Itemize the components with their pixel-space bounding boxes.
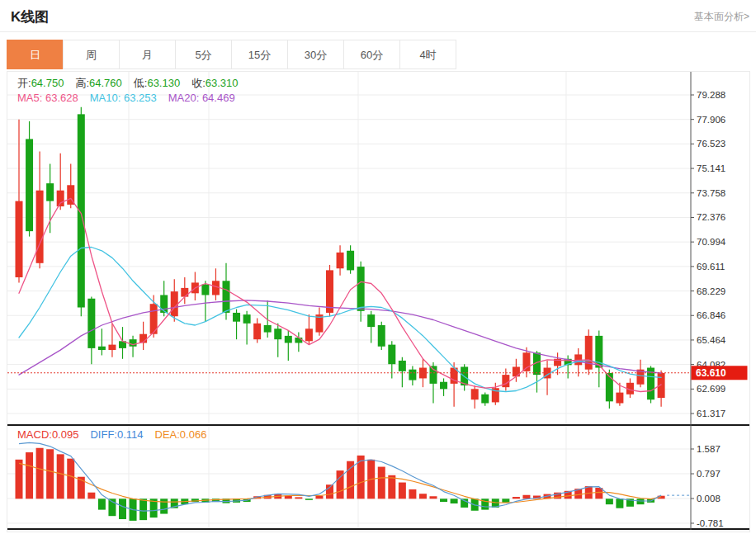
candle-body xyxy=(108,345,116,350)
price-axis-label: 68.229 xyxy=(697,286,725,296)
macd-histogram-bar xyxy=(513,497,520,499)
macd-histogram-bar xyxy=(357,456,365,499)
macd-histogram-bar xyxy=(606,499,613,504)
candle-body xyxy=(274,328,281,339)
macd-histogram-bar xyxy=(399,483,406,499)
candle-body xyxy=(201,285,209,295)
candle-body xyxy=(616,393,623,404)
period-tab-3[interactable]: 5分 xyxy=(175,40,232,69)
candle-body xyxy=(130,339,137,347)
macd-histogram-bar xyxy=(419,494,427,499)
candle-body xyxy=(305,328,313,341)
candle-body xyxy=(36,191,44,263)
ohlc-low: 低:63.130 xyxy=(134,77,180,89)
macd-histogram-bar xyxy=(139,499,147,520)
price-axis-label: 70.994 xyxy=(697,237,726,247)
macd-infobar: MACD:0.095DIFF:0.114DEA:0.066 xyxy=(17,428,218,441)
price-axis-label: 65.464 xyxy=(697,335,726,345)
ma-legend-ma10: MA10: 63.253 xyxy=(90,92,157,104)
price-axis-label: 75.141 xyxy=(697,163,725,173)
macd-axis-label: 0.008 xyxy=(697,494,721,503)
candle-body xyxy=(16,201,23,277)
ohlc-close: 收:63.310 xyxy=(191,77,238,89)
ohlc-high: 高:64.760 xyxy=(75,77,121,89)
price-axis-label: 62.699 xyxy=(697,384,725,394)
period-tab-5[interactable]: 30分 xyxy=(287,40,344,69)
candle-body xyxy=(522,352,530,371)
ohlc-open: 开:64.750 xyxy=(17,77,64,89)
price-axis-label: 79.288 xyxy=(697,90,725,100)
price-axis-label: 77.906 xyxy=(697,115,725,125)
candle-body xyxy=(399,361,406,371)
period-tab-1[interactable]: 周 xyxy=(63,40,120,69)
candle-body xyxy=(606,373,613,401)
candle-body xyxy=(26,139,33,231)
macd-histogram-bar xyxy=(637,499,645,504)
candle-body xyxy=(212,281,220,295)
ma-row: MA5: 63.628MA10: 63.253MA20: 64.469 xyxy=(17,91,250,106)
macd-histogram-bar xyxy=(502,499,509,503)
candle-body xyxy=(223,281,230,313)
candle-body xyxy=(347,251,354,271)
current-price-badge-label: 63.610 xyxy=(696,367,726,379)
macd-histogram-bar xyxy=(388,475,395,499)
macd-histogram-bar xyxy=(305,499,313,500)
macd-histogram-bar xyxy=(67,459,74,499)
macd-histogram-bar xyxy=(119,499,126,519)
candle-body xyxy=(171,291,178,316)
macd-histogram-bar xyxy=(16,460,23,499)
macd-axis-label: -0.781 xyxy=(697,518,724,528)
candle-body xyxy=(326,270,333,313)
price-axis-label: 76.523 xyxy=(697,139,725,149)
price-axis-label: 72.376 xyxy=(697,212,725,222)
chart-panel: 开:64.750高:64.760低:63.130收:63.310 MA5: 63… xyxy=(7,71,750,532)
macd-histogram-bar xyxy=(46,449,54,499)
ma-legend-ma20: MA20: 64.469 xyxy=(168,92,235,104)
macd-histogram-bar xyxy=(36,448,44,499)
candle-body xyxy=(57,191,64,206)
candle-body xyxy=(388,345,395,365)
period-tab-0[interactable]: 日 xyxy=(7,40,64,69)
ma-legend-ma5: MA5: 63.628 xyxy=(17,92,78,104)
period-tab-6[interactable]: 60分 xyxy=(343,40,400,69)
macd-histogram-bar xyxy=(522,495,530,499)
candle-body xyxy=(337,253,344,268)
macd-legend-macd: MACD:0.095 xyxy=(17,428,78,441)
macd-histogram-bar xyxy=(26,452,33,499)
period-tab-2[interactable]: 月 xyxy=(119,40,176,69)
header-divider xyxy=(0,31,756,32)
macd-histogram-bar xyxy=(430,496,437,499)
macd-axis-label: 1.587 xyxy=(697,444,721,454)
macd-histogram-layer xyxy=(16,448,665,521)
panel-separator xyxy=(7,424,749,426)
macd-legend-diff: DIFF:0.114 xyxy=(90,428,143,441)
candle-body xyxy=(471,389,479,399)
macd-histogram-bar xyxy=(57,454,64,499)
macd-histogram-bar xyxy=(378,467,385,499)
kline-macd-canvas[interactable]: 79.28877.90676.52375.14173.75872.37670.9… xyxy=(7,72,749,532)
period-tab-4[interactable]: 15分 xyxy=(231,40,288,69)
period-tab-7[interactable]: 4时 xyxy=(399,40,456,69)
fundamental-analysis-link[interactable]: 基本面分析> xyxy=(694,10,749,24)
price-axis-label: 66.846 xyxy=(697,310,725,320)
macd-legend-dea: DEA:0.066 xyxy=(155,428,207,441)
macd-axis-label: 0.797 xyxy=(697,469,721,479)
candle-body xyxy=(243,314,251,324)
candle-body xyxy=(264,325,272,333)
price-axis-label: 61.317 xyxy=(697,409,725,418)
bottom-border xyxy=(7,528,749,530)
candle-body xyxy=(253,324,261,339)
macd-histogram-bar xyxy=(98,499,106,509)
candle-body xyxy=(98,347,106,350)
candle-body xyxy=(440,382,447,390)
candle-body xyxy=(357,267,365,311)
candle-body xyxy=(46,183,54,201)
period-tabs: 日周月5分15分30分60分4时 xyxy=(7,40,456,69)
macd-histogram-bar xyxy=(87,493,95,499)
candle-body xyxy=(87,299,95,348)
candle-body xyxy=(502,375,509,387)
candle-body xyxy=(585,336,593,370)
ohlc-ma-infobar: 开:64.750高:64.760低:63.130收:63.310 MA5: 63… xyxy=(17,76,250,106)
macd-histogram-bar xyxy=(440,499,447,502)
macd-histogram-bar xyxy=(616,499,623,508)
